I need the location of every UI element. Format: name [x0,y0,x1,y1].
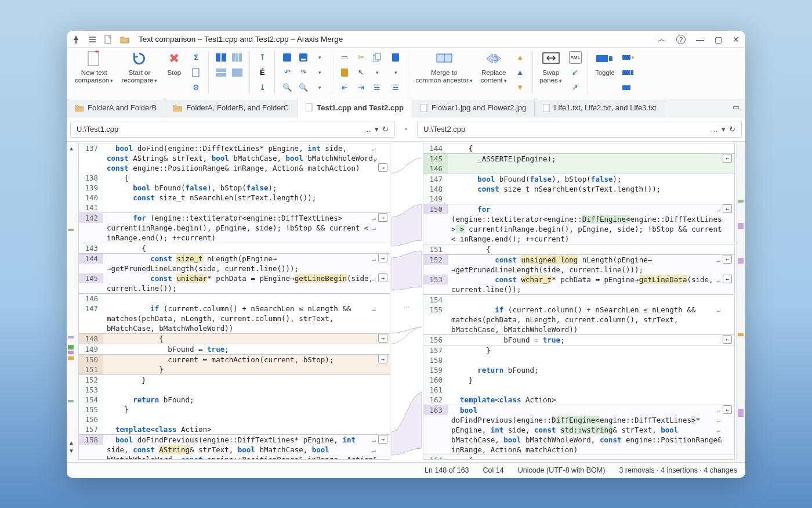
panes-2-icon[interactable] [215,51,227,64]
code-line[interactable]: 142 for (engine::textiterator<engine::Di… [79,212,390,223]
code-line[interactable]: 139 bool bFound(false), bStop(false); [79,183,390,193]
code-line[interactable]: 158 [423,355,734,365]
code-line[interactable]: 155 if (current.column() + nSearchLen ≤ … [423,305,734,315]
code-line[interactable]: matches(pchData, nLength, current.column… [79,314,390,323]
menu-icon[interactable] [88,35,97,44]
toggle-opt2-icon[interactable] [622,66,635,79]
merge-right-button[interactable]: → [378,355,387,363]
new-text-comparison-button[interactable]: + New text comparison [75,50,113,84]
text-e-icon[interactable]: É [256,66,269,79]
code-line[interactable]: matches(pchData, nLength, current.column… [423,315,734,325]
history-icon[interactable]: ↻ [729,125,735,134]
minimize-button[interactable]: — [696,35,704,44]
tab[interactable]: FolderA and FolderB [67,99,165,117]
code-line[interactable]: current.line()); [79,283,390,293]
code-line[interactable]: 157 } [423,345,734,355]
code-line[interactable]: 150 current = matchAction(current, bStop… [79,354,390,365]
left-overview-strip[interactable]: ▲ ▲ ▼ [67,142,77,462]
right-code[interactable]: 144 {145 _ASSERTE(pEngine);←146147 bool … [423,143,735,460]
code-line[interactable]: 158 bool doFindPrevious(engine::DiffText… [79,434,390,445]
code-line[interactable]: 154 return bFound; [79,395,390,405]
chevron-down-icon[interactable]: ▾ [375,125,379,134]
chevron-up-icon[interactable]: ︿ [658,34,666,45]
code-line[interactable]: 146 [423,164,734,174]
code-line[interactable]: 140 const size_t nSearchLen(strText.leng… [79,193,390,203]
code-line[interactable]: 150 for↵← [423,204,734,214]
tab[interactable]: Flower1.jpg and Flower2.jpg [412,99,535,117]
merge-right-button[interactable]: → [378,213,387,222]
code-line[interactable]: 141 [79,203,390,212]
left-code[interactable]: 137 bool doFind(engine::DiffTextLines* p… [78,143,390,460]
code-line[interactable]: 151 { [423,244,734,254]
tab-overflow-icon[interactable]: ▭ [727,99,745,117]
indent-right-icon[interactable]: ⇥ [354,81,367,94]
code-line[interactable]: doFindPrevious(engine::DiffEngine<engine… [423,415,734,425]
code-line[interactable]: 154 [423,294,734,305]
toggle-opt3-icon[interactable] [622,81,635,94]
dropdown-icon-3[interactable]: ▾ [313,81,326,94]
search-down-icon[interactable]: 🔍 [281,81,293,94]
code-line[interactable]: pEngine, int side, const std::wstring& s… [423,425,734,435]
merge-left-button[interactable]: ← [723,405,732,414]
gear-icon[interactable]: ⚙ [190,81,202,94]
list-icon[interactable]: ☰ [371,81,383,94]
code-line[interactable]: 138 { [79,173,390,183]
arrow-ne-icon[interactable]: ↗ [569,81,582,94]
maximize-button[interactable]: ▢ [715,35,722,44]
toggle-opt1-icon[interactable] [622,51,635,64]
code-line[interactable]: inRange.end(); ++current) [79,233,390,243]
code-line[interactable]: 152 } [79,374,390,385]
code-line[interactable]: 153 [79,385,390,395]
document-icon[interactable] [190,66,202,79]
history-icon[interactable]: ↻ [382,125,389,134]
code-line[interactable]: const engine::PositionRange& inRange, Ac… [79,163,390,173]
code-line[interactable]: 148 {→ [79,333,390,344]
paste-icon[interactable] [338,66,351,79]
paste-2-icon[interactable] [389,51,402,64]
list-2-icon[interactable]: ☰ [389,81,402,94]
redo-icon[interactable]: ↷ [297,66,310,79]
warn-up-icon[interactable]: ▲ [514,51,527,64]
code-line[interactable]: 162 template<class Action> [423,395,734,405]
merge-left-button[interactable]: ← [723,154,732,163]
dropdown-icon-4[interactable]: ▾ [371,66,383,79]
select-icon[interactable]: ▭ [338,51,351,64]
code-line[interactable]: 163 bool↵← [423,405,734,415]
code-line[interactable]: 160 } [423,375,734,385]
code-line[interactable]: 144 const size_t nLength(pEngine→↵→ [79,253,390,264]
merge-ancestor-button[interactable]: Merge to common ancestor [415,50,472,84]
code-line[interactable]: inRange, Action& matchAction) [423,445,734,455]
code-line[interactable]: 159 return bFound; [423,365,734,375]
merge-left-button[interactable]: ← [723,204,732,213]
panes-h-icon[interactable] [215,66,227,79]
code-line[interactable]: current(inRange.begin(), pEngine, side);… [79,223,390,233]
code-line[interactable]: bMatchWholeWord, const engine::PositionR… [79,455,390,460]
code-line[interactable]: bMatchCase, bool bMatchWholeWord, const … [423,435,734,445]
dropdown-icon[interactable]: ▾ [313,51,326,64]
code-line[interactable]: 145 _ASSERTE(pEngine);← [423,153,734,164]
bookmark-icon[interactable] [281,51,293,64]
open-folder-icon[interactable] [120,35,129,44]
code-line[interactable]: 164 { [423,455,734,460]
code-line[interactable]: 161 [423,385,734,395]
copy-icon[interactable] [371,51,383,64]
code-line[interactable]: 151 } [79,365,390,374]
tab[interactable]: FolderA, FolderB, and FolderC [165,99,298,117]
merge-left-button[interactable]: ← [723,255,732,264]
cut-icon[interactable]: ✂ [354,51,367,64]
code-line[interactable]: 148 const size_t nSearchLen(strText.leng… [423,184,734,194]
left-path-input[interactable]: U:\Test1.cpp …▾↻ [70,121,395,138]
code-line[interactable]: 149 bFound = true; [79,344,390,354]
code-line[interactable]: side, const AString& strText, bool bMatc… [79,445,390,455]
merge-left-button[interactable]: ← [723,275,732,283]
replace-content-button[interactable]: Replace content [481,50,507,84]
code-line[interactable]: 147 if (current.column() + nSearchLen ≤ … [79,304,390,314]
right-path-input[interactable]: U:\Test2.cpp …▾↻ [417,121,742,138]
arrow-sw-icon[interactable]: ↙ [569,66,582,79]
nav-up-icon[interactable]: ▲ [514,66,527,79]
tab[interactable]: Test1.cpp and Test2.cpp [298,99,412,117]
panes-3-icon[interactable] [231,51,244,64]
start-recompare-button[interactable]: Start or recompare [121,50,157,84]
path-link-icon[interactable]: • [398,117,414,141]
code-line[interactable]: →getPrunedLineLength(side, current.line(… [423,265,734,275]
